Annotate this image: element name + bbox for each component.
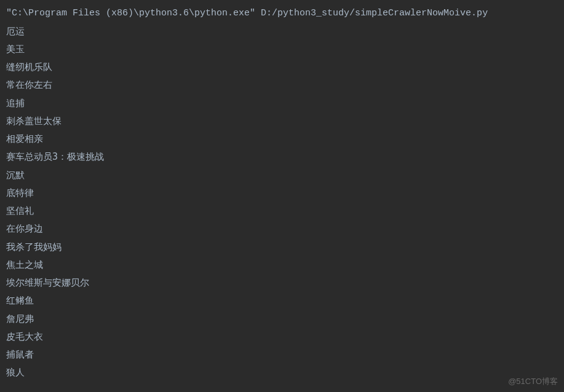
- output-line: 刺杀盖世太保: [6, 112, 558, 130]
- output-container: 厄运美玉缝纫机乐队常在你左右追捕刺杀盖世太保相爱相亲赛车总动员3：极速挑战沉默底…: [6, 23, 558, 382]
- output-line: 皮毛大衣: [6, 328, 558, 346]
- output-line: 狼人: [6, 364, 558, 382]
- output-line: 缝纫机乐队: [6, 58, 558, 76]
- command-line: "C:\Program Files (x86)\python3.6\python…: [6, 5, 558, 23]
- output-line: 我杀了我妈妈: [6, 238, 558, 256]
- output-line: 底特律: [6, 184, 558, 202]
- output-line: 捕鼠者: [6, 346, 558, 364]
- output-line: 美玉: [6, 41, 558, 58]
- output-line: 在你身边: [6, 220, 558, 238]
- output-line: 红鳉鱼: [6, 292, 558, 310]
- output-line: 焦土之城: [6, 256, 558, 274]
- output-line: 追捕: [6, 95, 558, 112]
- console-output: "C:\Program Files (x86)\python3.6\python…: [6, 5, 558, 382]
- output-line: 沉默: [6, 167, 558, 184]
- watermark: @51CTO博客: [508, 376, 558, 387]
- output-line: 赛车总动员3：极速挑战: [6, 148, 558, 166]
- output-line: 厄运: [6, 23, 558, 41]
- output-line: 埃尔维斯与安娜贝尔: [6, 274, 558, 292]
- output-line: 相爱相亲: [6, 130, 558, 148]
- output-line: 常在你左右: [6, 76, 558, 94]
- output-line: 詹尼弗: [6, 310, 558, 328]
- output-line: 坚信礼: [6, 202, 558, 220]
